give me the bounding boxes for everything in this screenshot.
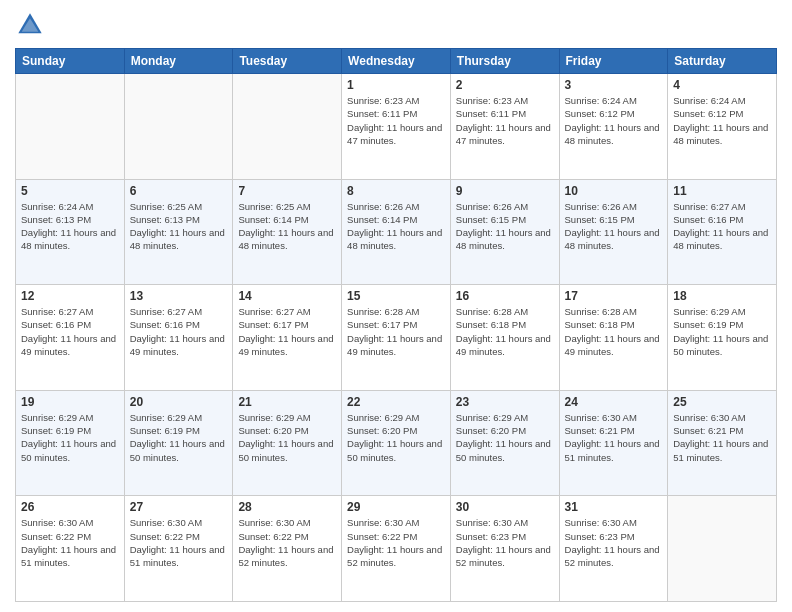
calendar-cell: 13Sunrise: 6:27 AM Sunset: 6:16 PM Dayli… <box>124 285 233 391</box>
day-number: 27 <box>130 500 228 514</box>
day-info: Sunrise: 6:29 AM Sunset: 6:19 PM Dayligh… <box>130 411 228 464</box>
day-info: Sunrise: 6:25 AM Sunset: 6:13 PM Dayligh… <box>130 200 228 253</box>
weekday-header-sunday: Sunday <box>16 49 125 74</box>
day-info: Sunrise: 6:29 AM Sunset: 6:20 PM Dayligh… <box>238 411 336 464</box>
week-row-1: 1Sunrise: 6:23 AM Sunset: 6:11 PM Daylig… <box>16 74 777 180</box>
day-info: Sunrise: 6:28 AM Sunset: 6:18 PM Dayligh… <box>565 305 663 358</box>
weekday-header-row: SundayMondayTuesdayWednesdayThursdayFrid… <box>16 49 777 74</box>
day-number: 12 <box>21 289 119 303</box>
calendar-cell: 14Sunrise: 6:27 AM Sunset: 6:17 PM Dayli… <box>233 285 342 391</box>
calendar-cell: 1Sunrise: 6:23 AM Sunset: 6:11 PM Daylig… <box>342 74 451 180</box>
day-info: Sunrise: 6:29 AM Sunset: 6:19 PM Dayligh… <box>21 411 119 464</box>
weekday-header-wednesday: Wednesday <box>342 49 451 74</box>
day-info: Sunrise: 6:30 AM Sunset: 6:22 PM Dayligh… <box>130 516 228 569</box>
calendar-cell <box>124 74 233 180</box>
calendar-cell: 2Sunrise: 6:23 AM Sunset: 6:11 PM Daylig… <box>450 74 559 180</box>
calendar-cell: 5Sunrise: 6:24 AM Sunset: 6:13 PM Daylig… <box>16 179 125 285</box>
weekday-header-monday: Monday <box>124 49 233 74</box>
day-info: Sunrise: 6:23 AM Sunset: 6:11 PM Dayligh… <box>456 94 554 147</box>
day-number: 23 <box>456 395 554 409</box>
day-info: Sunrise: 6:28 AM Sunset: 6:18 PM Dayligh… <box>456 305 554 358</box>
day-info: Sunrise: 6:27 AM Sunset: 6:16 PM Dayligh… <box>21 305 119 358</box>
day-info: Sunrise: 6:26 AM Sunset: 6:14 PM Dayligh… <box>347 200 445 253</box>
week-row-5: 26Sunrise: 6:30 AM Sunset: 6:22 PM Dayli… <box>16 496 777 602</box>
calendar-cell: 30Sunrise: 6:30 AM Sunset: 6:23 PM Dayli… <box>450 496 559 602</box>
day-number: 7 <box>238 184 336 198</box>
day-info: Sunrise: 6:29 AM Sunset: 6:19 PM Dayligh… <box>673 305 771 358</box>
day-number: 31 <box>565 500 663 514</box>
calendar-cell: 21Sunrise: 6:29 AM Sunset: 6:20 PM Dayli… <box>233 390 342 496</box>
day-info: Sunrise: 6:30 AM Sunset: 6:21 PM Dayligh… <box>565 411 663 464</box>
calendar-cell: 16Sunrise: 6:28 AM Sunset: 6:18 PM Dayli… <box>450 285 559 391</box>
day-number: 26 <box>21 500 119 514</box>
weekday-header-tuesday: Tuesday <box>233 49 342 74</box>
calendar-cell: 10Sunrise: 6:26 AM Sunset: 6:15 PM Dayli… <box>559 179 668 285</box>
calendar-cell: 3Sunrise: 6:24 AM Sunset: 6:12 PM Daylig… <box>559 74 668 180</box>
day-number: 21 <box>238 395 336 409</box>
day-info: Sunrise: 6:29 AM Sunset: 6:20 PM Dayligh… <box>456 411 554 464</box>
calendar-cell: 27Sunrise: 6:30 AM Sunset: 6:22 PM Dayli… <box>124 496 233 602</box>
day-number: 9 <box>456 184 554 198</box>
day-number: 8 <box>347 184 445 198</box>
page: SundayMondayTuesdayWednesdayThursdayFrid… <box>0 0 792 612</box>
day-number: 13 <box>130 289 228 303</box>
day-number: 25 <box>673 395 771 409</box>
calendar-cell: 11Sunrise: 6:27 AM Sunset: 6:16 PM Dayli… <box>668 179 777 285</box>
calendar-cell: 31Sunrise: 6:30 AM Sunset: 6:23 PM Dayli… <box>559 496 668 602</box>
calendar-cell: 23Sunrise: 6:29 AM Sunset: 6:20 PM Dayli… <box>450 390 559 496</box>
calendar-cell: 26Sunrise: 6:30 AM Sunset: 6:22 PM Dayli… <box>16 496 125 602</box>
calendar-cell: 17Sunrise: 6:28 AM Sunset: 6:18 PM Dayli… <box>559 285 668 391</box>
day-info: Sunrise: 6:27 AM Sunset: 6:16 PM Dayligh… <box>130 305 228 358</box>
day-number: 4 <box>673 78 771 92</box>
day-info: Sunrise: 6:29 AM Sunset: 6:20 PM Dayligh… <box>347 411 445 464</box>
calendar-cell: 22Sunrise: 6:29 AM Sunset: 6:20 PM Dayli… <box>342 390 451 496</box>
day-info: Sunrise: 6:27 AM Sunset: 6:16 PM Dayligh… <box>673 200 771 253</box>
day-number: 20 <box>130 395 228 409</box>
day-info: Sunrise: 6:30 AM Sunset: 6:22 PM Dayligh… <box>21 516 119 569</box>
day-number: 24 <box>565 395 663 409</box>
calendar-cell <box>16 74 125 180</box>
logo <box>15 10 49 40</box>
calendar-cell: 6Sunrise: 6:25 AM Sunset: 6:13 PM Daylig… <box>124 179 233 285</box>
weekday-header-thursday: Thursday <box>450 49 559 74</box>
calendar-cell <box>233 74 342 180</box>
header <box>15 10 777 40</box>
weekday-header-saturday: Saturday <box>668 49 777 74</box>
day-number: 18 <box>673 289 771 303</box>
day-info: Sunrise: 6:28 AM Sunset: 6:17 PM Dayligh… <box>347 305 445 358</box>
day-info: Sunrise: 6:26 AM Sunset: 6:15 PM Dayligh… <box>456 200 554 253</box>
day-number: 1 <box>347 78 445 92</box>
week-row-4: 19Sunrise: 6:29 AM Sunset: 6:19 PM Dayli… <box>16 390 777 496</box>
day-number: 16 <box>456 289 554 303</box>
calendar-table: SundayMondayTuesdayWednesdayThursdayFrid… <box>15 48 777 602</box>
day-number: 19 <box>21 395 119 409</box>
calendar-cell: 24Sunrise: 6:30 AM Sunset: 6:21 PM Dayli… <box>559 390 668 496</box>
day-info: Sunrise: 6:30 AM Sunset: 6:22 PM Dayligh… <box>347 516 445 569</box>
calendar-cell: 19Sunrise: 6:29 AM Sunset: 6:19 PM Dayli… <box>16 390 125 496</box>
calendar-cell <box>668 496 777 602</box>
calendar-cell: 29Sunrise: 6:30 AM Sunset: 6:22 PM Dayli… <box>342 496 451 602</box>
calendar-cell: 7Sunrise: 6:25 AM Sunset: 6:14 PM Daylig… <box>233 179 342 285</box>
calendar-cell: 9Sunrise: 6:26 AM Sunset: 6:15 PM Daylig… <box>450 179 559 285</box>
day-info: Sunrise: 6:30 AM Sunset: 6:23 PM Dayligh… <box>456 516 554 569</box>
day-info: Sunrise: 6:24 AM Sunset: 6:12 PM Dayligh… <box>673 94 771 147</box>
day-number: 28 <box>238 500 336 514</box>
day-number: 30 <box>456 500 554 514</box>
day-number: 2 <box>456 78 554 92</box>
day-info: Sunrise: 6:30 AM Sunset: 6:23 PM Dayligh… <box>565 516 663 569</box>
day-info: Sunrise: 6:26 AM Sunset: 6:15 PM Dayligh… <box>565 200 663 253</box>
day-number: 10 <box>565 184 663 198</box>
day-info: Sunrise: 6:30 AM Sunset: 6:22 PM Dayligh… <box>238 516 336 569</box>
day-number: 22 <box>347 395 445 409</box>
calendar-cell: 15Sunrise: 6:28 AM Sunset: 6:17 PM Dayli… <box>342 285 451 391</box>
day-number: 29 <box>347 500 445 514</box>
calendar-cell: 25Sunrise: 6:30 AM Sunset: 6:21 PM Dayli… <box>668 390 777 496</box>
calendar-cell: 12Sunrise: 6:27 AM Sunset: 6:16 PM Dayli… <box>16 285 125 391</box>
calendar-cell: 8Sunrise: 6:26 AM Sunset: 6:14 PM Daylig… <box>342 179 451 285</box>
day-info: Sunrise: 6:27 AM Sunset: 6:17 PM Dayligh… <box>238 305 336 358</box>
calendar-cell: 18Sunrise: 6:29 AM Sunset: 6:19 PM Dayli… <box>668 285 777 391</box>
day-info: Sunrise: 6:25 AM Sunset: 6:14 PM Dayligh… <box>238 200 336 253</box>
calendar-cell: 20Sunrise: 6:29 AM Sunset: 6:19 PM Dayli… <box>124 390 233 496</box>
day-number: 6 <box>130 184 228 198</box>
calendar-cell: 4Sunrise: 6:24 AM Sunset: 6:12 PM Daylig… <box>668 74 777 180</box>
